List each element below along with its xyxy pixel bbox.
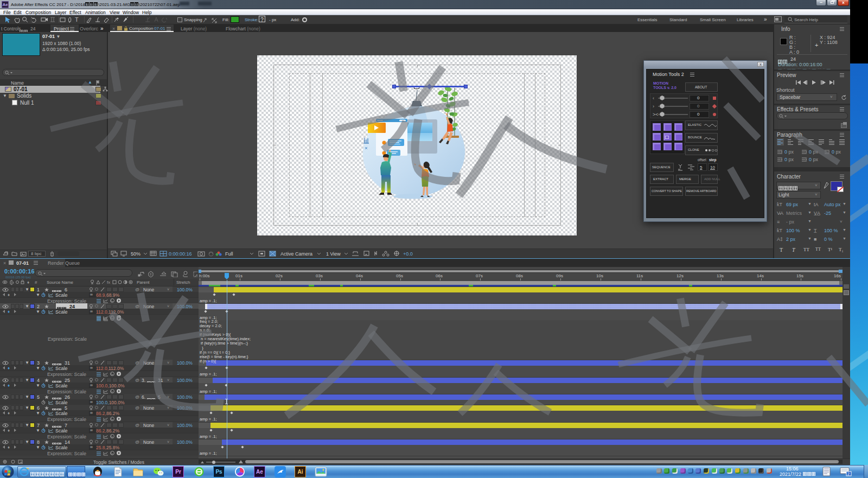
svg-text:1 View: 1 View: [326, 251, 341, 257]
svg-text:50%: 50%: [131, 251, 141, 257]
svg-text:fx: fx: [107, 280, 110, 285]
svg-text:0:00:00:16: 0:00:00:16: [169, 251, 192, 257]
svg-text:Active Camera: Active Camera: [280, 251, 312, 257]
svg-text:+0.0: +0.0: [403, 251, 413, 257]
svg-text:2: 2: [847, 472, 850, 476]
svg-text:T: T: [75, 16, 79, 23]
svg-text:Full: Full: [225, 251, 233, 257]
